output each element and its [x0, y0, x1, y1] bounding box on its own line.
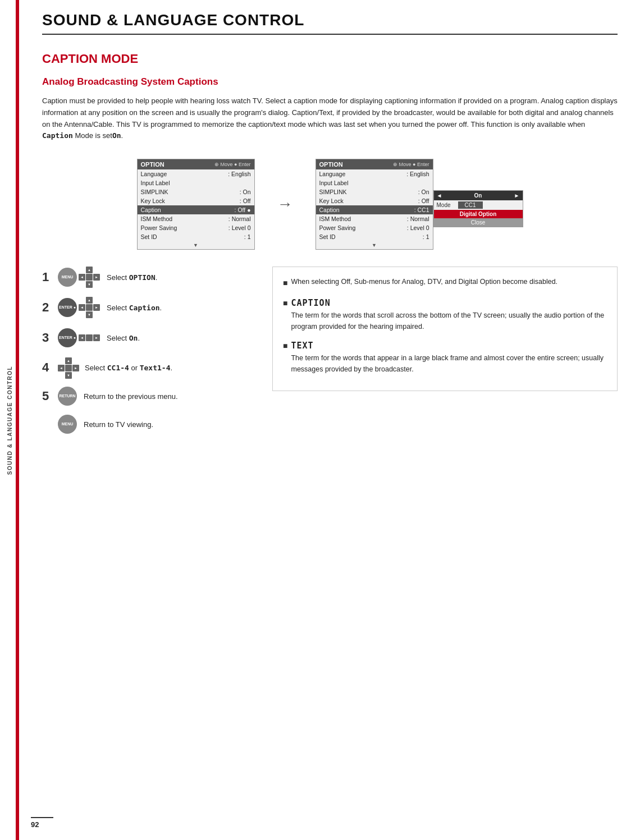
text-title: TEXT: [291, 339, 607, 352]
menu-row-2-5: ISM Method : Normal: [316, 214, 433, 223]
step-2-mono: Caption: [129, 304, 160, 312]
step-2-text: Select Caption.: [107, 304, 162, 312]
diagrams-row: OPTION ⊕ Move ● Enter Language : English…: [42, 159, 618, 250]
menu2-with-submenu: OPTION ⊕ Move ● Enter Language : English…: [316, 159, 523, 250]
body-text-end: Mode is set: [75, 131, 112, 140]
section-title: CAPTION MODE: [42, 52, 618, 66]
nav-cross-1: ▲ ◄ ► ▼: [79, 267, 100, 288]
menu-box-1: OPTION ⊕ Move ● Enter Language : English…: [137, 159, 255, 250]
submenu-right-arrow: ►: [514, 192, 520, 199]
menu-header-1: OPTION ⊕ Move ● Enter: [138, 159, 254, 169]
info-bullet-3: ■: [283, 339, 287, 352]
step-5-text: Return to the previous menu.: [84, 392, 178, 401]
info-text-1: When selecting Off, Sub-menus for Analog…: [291, 276, 607, 287]
menu-step-icon: MENU: [58, 415, 77, 434]
step-number-2: 2: [42, 300, 51, 315]
caption-body: The term for the words that scroll acros…: [291, 310, 607, 332]
menu-box-2: OPTION ⊕ Move ● Enter Language : English…: [316, 159, 433, 250]
menu-arrow-1: ▼: [138, 241, 254, 249]
page-header: SOUND & LANGUAGE CONTROL: [42, 11, 618, 35]
step-2-icons: ENTER ● ▲ ◄ ► ▼: [58, 297, 100, 318]
menu-row-2-1: Language : English: [316, 169, 433, 178]
step-1-icons: MENU ▲ ◄ ► ▼: [58, 267, 100, 288]
enter-button-3[interactable]: ENTER ●: [58, 328, 77, 347]
page-title: SOUND & LANGUAGE CONTROL: [42, 11, 618, 29]
menu-row-1-6: Power Saving : Level 0: [138, 223, 254, 232]
step-2: 2 ENTER ● ▲ ◄ ► ▼: [42, 297, 255, 318]
submenu-popup: ◄ On ► Mode CC1 Digital Option Close: [433, 190, 523, 227]
step-3-text: Select On.: [107, 334, 140, 342]
menu-nav-2: ⊕ Move ● Enter: [393, 162, 429, 167]
menu-title-2: OPTION: [319, 161, 343, 168]
info-box: ■ When selecting Off, Sub-menus for Anal…: [272, 267, 618, 391]
menu-title-1: OPTION: [141, 161, 164, 168]
step-3-mono: On: [129, 334, 138, 342]
page-number: 92: [31, 817, 53, 829]
nav-cross-3: ◄ ►: [79, 327, 100, 348]
step-1-mono: OPTION: [129, 273, 156, 282]
body-text-main: Caption must be provided to help people …: [42, 97, 618, 128]
return-button[interactable]: RETURN: [58, 387, 77, 406]
step-4-icons: ▲ ◄ ► ▼: [58, 357, 78, 378]
steps-info-row: 1 MENU ▲ ◄ ► ▼: [42, 267, 618, 443]
submenu-close: Close: [434, 218, 523, 227]
menu-step: - MENU Return to TV viewing.: [42, 415, 255, 434]
submenu-mode-value: CC1: [458, 201, 483, 209]
step-number-4: 4: [42, 360, 51, 375]
submenu-digital-option: Digital Option: [434, 210, 523, 218]
step-4: 4 ▲ ◄ ► ▼ Select CC1-4 or Text1-4.: [42, 357, 255, 378]
steps-column: 1 MENU ▲ ◄ ► ▼: [42, 267, 255, 443]
info-item-caption: ■ CAPTION The term for the words that sc…: [283, 296, 607, 332]
menu-row-1-3: SIMPLINK : On: [138, 187, 254, 196]
submenu-mode-label: Mode: [437, 202, 458, 208]
body-text-period: .: [121, 131, 124, 140]
body-text-mono: Caption: [42, 131, 73, 140]
body-text-end-mono: On: [112, 131, 121, 140]
side-label-container: SOUND & LANGUAGE CONTROL: [0, 365, 19, 474]
section-subtitle: Analog Broadcasting System Captions: [42, 76, 618, 88]
menu-row-2-7: Set ID : 1: [316, 232, 433, 241]
info-text-text: TEXT The term for the words that appear …: [291, 339, 607, 375]
menu-row-1-2: Input Label: [138, 178, 254, 187]
menu-row-1-1: Language : English: [138, 169, 254, 178]
menu-header-2: OPTION ⊕ Move ● Enter: [316, 159, 433, 169]
menu-step-text: Return to TV viewing.: [84, 420, 153, 429]
step-4-text: Select CC1-4 or Text1-4.: [85, 364, 172, 372]
caption-title: CAPTION: [291, 296, 607, 310]
menu-row-2-caption: Caption : CC1: [316, 205, 433, 214]
info-text-caption: CAPTION The term for the words that scro…: [291, 296, 607, 332]
menu-button-final[interactable]: MENU: [58, 415, 77, 434]
info-item-off: ■ When selecting Off, Sub-menus for Anal…: [283, 276, 607, 289]
info-item-text: ■ TEXT The term for the words that appea…: [283, 339, 607, 375]
menu-row-2-6: Power Saving : Level 0: [316, 223, 433, 232]
step-4-mono2: Text1-4: [140, 364, 171, 372]
step-number-5: 5: [42, 389, 51, 403]
submenu-top: ◄ On ►: [434, 191, 523, 200]
body-text: Caption must be provided to help people …: [42, 95, 618, 142]
arrow-between-menus: →: [277, 195, 293, 213]
side-label-text: SOUND & LANGUAGE CONTROL: [7, 365, 13, 474]
menu-nav-1: ⊕ Move ● Enter: [214, 162, 250, 167]
menu-row-1-caption: Caption : Off ●: [138, 205, 254, 214]
step-1: 1 MENU ▲ ◄ ► ▼: [42, 267, 255, 288]
menu-row-2-2: Input Label: [316, 178, 433, 187]
enter-button-2[interactable]: ENTER ●: [58, 298, 77, 317]
step-1-text: Select OPTION.: [107, 273, 157, 282]
nav-cross-4: ▲ ◄ ► ▼: [58, 357, 78, 378]
nav-cross-2: ▲ ◄ ► ▼: [79, 297, 100, 318]
info-bullet-2: ■: [283, 297, 287, 309]
step-3: 3 ENTER ● ◄ ►: [42, 327, 255, 348]
menu-button-1[interactable]: MENU: [58, 268, 77, 287]
submenu-left-arrow: ◄: [437, 192, 442, 199]
menu-row-1-5: ISM Method : Normal: [138, 214, 254, 223]
menu-row-2-4: Key Lock : Off: [316, 196, 433, 205]
menu-arrow-2: ▼: [316, 241, 433, 249]
info-bullet-1: ■: [283, 277, 287, 289]
submenu-mode-row: Mode CC1: [434, 200, 523, 210]
menu-row-2-3: SIMPLINK : On: [316, 187, 433, 196]
step-5: 5 RETURN Return to the previous menu.: [42, 387, 255, 406]
step-3-icons: ENTER ● ◄ ►: [58, 327, 100, 348]
step-4-mono1: CC1-4: [107, 364, 129, 372]
submenu-on-label: On: [474, 192, 482, 199]
step-5-icons: RETURN: [58, 387, 77, 406]
